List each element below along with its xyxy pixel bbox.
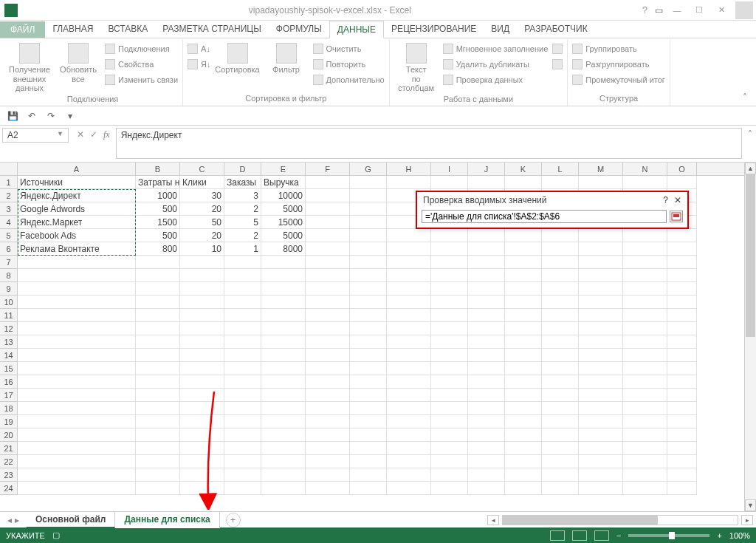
cell[interactable] bbox=[18, 282, 136, 296]
cell[interactable] bbox=[431, 322, 468, 335]
cell[interactable] bbox=[431, 389, 468, 402]
cell[interactable] bbox=[350, 322, 387, 335]
file-tab[interactable]: ФАЙЛ bbox=[0, 21, 45, 38]
cell[interactable] bbox=[350, 189, 387, 202]
ribbon-button[interactable]: Повторить bbox=[313, 57, 385, 72]
spreadsheet-grid[interactable]: ABCDEFGHIJKLMNO 1ИсточникиЗатраты нКлики… bbox=[0, 163, 756, 511]
cell[interactable] bbox=[261, 309, 306, 322]
cell[interactable] bbox=[180, 415, 224, 428]
sheet-nav-next-icon[interactable]: ▸ bbox=[15, 515, 19, 525]
cell[interactable]: Затраты н bbox=[136, 176, 180, 189]
cell[interactable] bbox=[431, 309, 468, 322]
cell[interactable] bbox=[579, 229, 623, 242]
cell[interactable] bbox=[350, 269, 387, 282]
cell[interactable] bbox=[579, 335, 623, 349]
row-header[interactable]: 19 bbox=[0, 415, 18, 428]
cell[interactable] bbox=[180, 389, 224, 402]
cell[interactable] bbox=[431, 375, 468, 389]
cell[interactable] bbox=[261, 322, 306, 335]
cell[interactable]: 1 bbox=[224, 242, 261, 256]
cell[interactable] bbox=[542, 349, 579, 362]
cell[interactable] bbox=[224, 296, 261, 309]
cell[interactable]: 500 bbox=[136, 229, 180, 242]
cell[interactable]: 800 bbox=[136, 242, 180, 256]
cell[interactable] bbox=[542, 468, 579, 482]
cell[interactable]: 5 bbox=[224, 216, 261, 229]
cell[interactable] bbox=[306, 309, 350, 322]
row-header[interactable]: 16 bbox=[0, 375, 18, 389]
ribbon-button[interactable]: Удалить дубликаты bbox=[443, 57, 549, 72]
cell[interactable] bbox=[667, 256, 697, 269]
row-header[interactable]: 7 bbox=[0, 256, 18, 269]
cell[interactable] bbox=[505, 442, 542, 455]
scroll-right-icon[interactable]: ▸ bbox=[741, 515, 753, 525]
cell[interactable] bbox=[387, 375, 431, 389]
cell[interactable] bbox=[261, 349, 306, 362]
cell[interactable] bbox=[623, 256, 667, 269]
insert-function-icon[interactable]: fx bbox=[103, 129, 110, 140]
cell[interactable] bbox=[623, 309, 667, 322]
cell[interactable] bbox=[261, 389, 306, 402]
cell[interactable] bbox=[431, 349, 468, 362]
cell[interactable] bbox=[18, 375, 136, 389]
cell[interactable] bbox=[579, 389, 623, 402]
cell[interactable]: 10 bbox=[180, 242, 224, 256]
cell[interactable] bbox=[136, 455, 180, 468]
formula-input[interactable]: Яндекс.Директ bbox=[116, 128, 742, 159]
ribbon-button[interactable]: Разгруппировать bbox=[572, 57, 665, 72]
row-header[interactable]: 13 bbox=[0, 335, 18, 349]
cell[interactable]: Клики bbox=[180, 176, 224, 189]
cell[interactable] bbox=[431, 468, 468, 482]
cell[interactable] bbox=[505, 322, 542, 335]
cell[interactable] bbox=[387, 256, 431, 269]
cell[interactable] bbox=[579, 482, 623, 495]
ribbon-button[interactable]: Фильтр bbox=[264, 41, 309, 75]
cell[interactable] bbox=[623, 296, 667, 309]
cell[interactable] bbox=[623, 415, 667, 428]
cell[interactable] bbox=[542, 176, 579, 189]
row-header[interactable]: 2 bbox=[0, 189, 18, 202]
cell[interactable] bbox=[306, 468, 350, 482]
ribbon-tab[interactable]: РЕЦЕНЗИРОВАНИЕ bbox=[384, 21, 484, 38]
row-header[interactable]: 10 bbox=[0, 296, 18, 309]
cell[interactable] bbox=[224, 442, 261, 455]
cell[interactable]: 10000 bbox=[261, 189, 306, 202]
cell[interactable] bbox=[306, 455, 350, 468]
cell[interactable] bbox=[387, 269, 431, 282]
cell[interactable]: Facebook Ads bbox=[18, 229, 136, 242]
cell[interactable] bbox=[306, 335, 350, 349]
cell[interactable] bbox=[623, 322, 667, 335]
cell[interactable] bbox=[623, 442, 667, 455]
cell[interactable] bbox=[224, 282, 261, 296]
cell[interactable] bbox=[579, 442, 623, 455]
cell[interactable] bbox=[224, 482, 261, 495]
cell[interactable] bbox=[387, 296, 431, 309]
cell[interactable] bbox=[180, 468, 224, 482]
row-header[interactable]: 5 bbox=[0, 229, 18, 242]
cell[interactable]: 20 bbox=[180, 202, 224, 216]
cell[interactable] bbox=[306, 362, 350, 375]
cell[interactable] bbox=[579, 349, 623, 362]
cell[interactable] bbox=[387, 322, 431, 335]
dialog-help-icon[interactable]: ? bbox=[663, 195, 668, 205]
cell[interactable] bbox=[623, 428, 667, 442]
cell[interactable] bbox=[623, 335, 667, 349]
cell[interactable] bbox=[431, 296, 468, 309]
cell[interactable] bbox=[18, 335, 136, 349]
cell[interactable]: 1500 bbox=[136, 216, 180, 229]
cell[interactable] bbox=[261, 282, 306, 296]
cell[interactable] bbox=[306, 375, 350, 389]
cell[interactable] bbox=[350, 402, 387, 415]
cell[interactable] bbox=[180, 455, 224, 468]
cell[interactable] bbox=[350, 375, 387, 389]
cell[interactable] bbox=[224, 335, 261, 349]
cell[interactable] bbox=[579, 296, 623, 309]
cell[interactable] bbox=[579, 428, 623, 442]
cell[interactable] bbox=[387, 282, 431, 296]
cell[interactable] bbox=[542, 335, 579, 349]
ribbon-button[interactable]: Сортировка bbox=[216, 41, 260, 75]
cell[interactable] bbox=[505, 256, 542, 269]
cell[interactable]: 3 bbox=[224, 189, 261, 202]
cell[interactable] bbox=[136, 375, 180, 389]
cell[interactable] bbox=[468, 349, 505, 362]
